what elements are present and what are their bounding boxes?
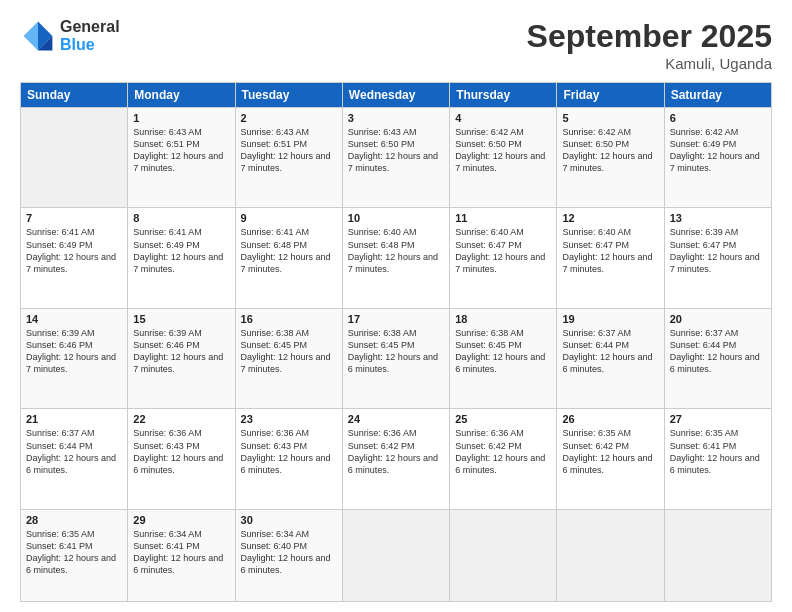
calendar-cell <box>450 509 557 601</box>
day-info: Sunrise: 6:36 AM Sunset: 6:43 PM Dayligh… <box>241 427 337 476</box>
day-number: 12 <box>562 212 658 224</box>
calendar-cell <box>664 509 771 601</box>
header-saturday: Saturday <box>664 83 771 108</box>
calendar-cell <box>557 509 664 601</box>
month-title: September 2025 <box>527 18 772 55</box>
calendar-cell: 2Sunrise: 6:43 AM Sunset: 6:51 PM Daylig… <box>235 108 342 208</box>
calendar-cell: 18Sunrise: 6:38 AM Sunset: 6:45 PM Dayli… <box>450 308 557 408</box>
calendar-cell: 6Sunrise: 6:42 AM Sunset: 6:49 PM Daylig… <box>664 108 771 208</box>
day-info: Sunrise: 6:42 AM Sunset: 6:50 PM Dayligh… <box>562 126 658 175</box>
header-monday: Monday <box>128 83 235 108</box>
calendar-cell: 19Sunrise: 6:37 AM Sunset: 6:44 PM Dayli… <box>557 308 664 408</box>
day-number: 25 <box>455 413 551 425</box>
calendar-cell <box>21 108 128 208</box>
svg-marker-1 <box>24 22 38 51</box>
day-info: Sunrise: 6:35 AM Sunset: 6:41 PM Dayligh… <box>26 528 122 577</box>
calendar-cell: 10Sunrise: 6:40 AM Sunset: 6:48 PM Dayli… <box>342 208 449 308</box>
day-info: Sunrise: 6:39 AM Sunset: 6:46 PM Dayligh… <box>26 327 122 376</box>
calendar-cell: 28Sunrise: 6:35 AM Sunset: 6:41 PM Dayli… <box>21 509 128 601</box>
day-number: 30 <box>241 514 337 526</box>
calendar-cell: 1Sunrise: 6:43 AM Sunset: 6:51 PM Daylig… <box>128 108 235 208</box>
day-info: Sunrise: 6:41 AM Sunset: 6:49 PM Dayligh… <box>26 226 122 275</box>
day-info: Sunrise: 6:34 AM Sunset: 6:40 PM Dayligh… <box>241 528 337 577</box>
calendar-cell: 23Sunrise: 6:36 AM Sunset: 6:43 PM Dayli… <box>235 409 342 509</box>
day-number: 26 <box>562 413 658 425</box>
day-number: 5 <box>562 112 658 124</box>
day-info: Sunrise: 6:41 AM Sunset: 6:49 PM Dayligh… <box>133 226 229 275</box>
calendar-cell: 25Sunrise: 6:36 AM Sunset: 6:42 PM Dayli… <box>450 409 557 509</box>
calendar-cell: 20Sunrise: 6:37 AM Sunset: 6:44 PM Dayli… <box>664 308 771 408</box>
day-info: Sunrise: 6:37 AM Sunset: 6:44 PM Dayligh… <box>670 327 766 376</box>
calendar-cell: 30Sunrise: 6:34 AM Sunset: 6:40 PM Dayli… <box>235 509 342 601</box>
logo-blue: Blue <box>60 36 120 54</box>
day-number: 28 <box>26 514 122 526</box>
day-number: 7 <box>26 212 122 224</box>
logo-icon <box>20 18 56 54</box>
day-info: Sunrise: 6:41 AM Sunset: 6:48 PM Dayligh… <box>241 226 337 275</box>
calendar-cell: 16Sunrise: 6:38 AM Sunset: 6:45 PM Dayli… <box>235 308 342 408</box>
header-tuesday: Tuesday <box>235 83 342 108</box>
day-info: Sunrise: 6:39 AM Sunset: 6:47 PM Dayligh… <box>670 226 766 275</box>
calendar-cell: 12Sunrise: 6:40 AM Sunset: 6:47 PM Dayli… <box>557 208 664 308</box>
day-number: 15 <box>133 313 229 325</box>
calendar-table: SundayMondayTuesdayWednesdayThursdayFrid… <box>20 82 772 602</box>
day-number: 23 <box>241 413 337 425</box>
week-row-3: 14Sunrise: 6:39 AM Sunset: 6:46 PM Dayli… <box>21 308 772 408</box>
day-info: Sunrise: 6:40 AM Sunset: 6:47 PM Dayligh… <box>562 226 658 275</box>
calendar-cell: 9Sunrise: 6:41 AM Sunset: 6:48 PM Daylig… <box>235 208 342 308</box>
page: General Blue September 2025 Kamuli, Ugan… <box>0 0 792 612</box>
week-row-4: 21Sunrise: 6:37 AM Sunset: 6:44 PM Dayli… <box>21 409 772 509</box>
calendar-cell: 11Sunrise: 6:40 AM Sunset: 6:47 PM Dayli… <box>450 208 557 308</box>
day-number: 10 <box>348 212 444 224</box>
calendar-cell: 17Sunrise: 6:38 AM Sunset: 6:45 PM Dayli… <box>342 308 449 408</box>
calendar-cell: 8Sunrise: 6:41 AM Sunset: 6:49 PM Daylig… <box>128 208 235 308</box>
calendar-cell: 13Sunrise: 6:39 AM Sunset: 6:47 PM Dayli… <box>664 208 771 308</box>
day-info: Sunrise: 6:43 AM Sunset: 6:51 PM Dayligh… <box>133 126 229 175</box>
header-thursday: Thursday <box>450 83 557 108</box>
day-info: Sunrise: 6:40 AM Sunset: 6:48 PM Dayligh… <box>348 226 444 275</box>
day-number: 18 <box>455 313 551 325</box>
week-row-1: 1Sunrise: 6:43 AM Sunset: 6:51 PM Daylig… <box>21 108 772 208</box>
calendar-cell: 29Sunrise: 6:34 AM Sunset: 6:41 PM Dayli… <box>128 509 235 601</box>
calendar-cell: 21Sunrise: 6:37 AM Sunset: 6:44 PM Dayli… <box>21 409 128 509</box>
day-info: Sunrise: 6:36 AM Sunset: 6:42 PM Dayligh… <box>455 427 551 476</box>
calendar-cell: 27Sunrise: 6:35 AM Sunset: 6:41 PM Dayli… <box>664 409 771 509</box>
calendar-cell: 5Sunrise: 6:42 AM Sunset: 6:50 PM Daylig… <box>557 108 664 208</box>
location: Kamuli, Uganda <box>527 55 772 72</box>
day-info: Sunrise: 6:36 AM Sunset: 6:42 PM Dayligh… <box>348 427 444 476</box>
week-row-2: 7Sunrise: 6:41 AM Sunset: 6:49 PM Daylig… <box>21 208 772 308</box>
header-wednesday: Wednesday <box>342 83 449 108</box>
day-number: 8 <box>133 212 229 224</box>
logo-general: General <box>60 18 120 36</box>
day-number: 6 <box>670 112 766 124</box>
day-info: Sunrise: 6:35 AM Sunset: 6:41 PM Dayligh… <box>670 427 766 476</box>
day-number: 13 <box>670 212 766 224</box>
header-row: SundayMondayTuesdayWednesdayThursdayFrid… <box>21 83 772 108</box>
day-number: 16 <box>241 313 337 325</box>
day-info: Sunrise: 6:37 AM Sunset: 6:44 PM Dayligh… <box>26 427 122 476</box>
day-number: 14 <box>26 313 122 325</box>
day-info: Sunrise: 6:43 AM Sunset: 6:51 PM Dayligh… <box>241 126 337 175</box>
day-number: 2 <box>241 112 337 124</box>
week-row-5: 28Sunrise: 6:35 AM Sunset: 6:41 PM Dayli… <box>21 509 772 601</box>
header: General Blue September 2025 Kamuli, Ugan… <box>20 18 772 72</box>
logo-text: General Blue <box>60 18 120 53</box>
title-block: September 2025 Kamuli, Uganda <box>527 18 772 72</box>
day-info: Sunrise: 6:43 AM Sunset: 6:50 PM Dayligh… <box>348 126 444 175</box>
day-info: Sunrise: 6:42 AM Sunset: 6:49 PM Dayligh… <box>670 126 766 175</box>
day-number: 21 <box>26 413 122 425</box>
day-number: 22 <box>133 413 229 425</box>
day-number: 4 <box>455 112 551 124</box>
calendar-cell <box>342 509 449 601</box>
day-number: 24 <box>348 413 444 425</box>
day-number: 19 <box>562 313 658 325</box>
day-number: 27 <box>670 413 766 425</box>
calendar-cell: 3Sunrise: 6:43 AM Sunset: 6:50 PM Daylig… <box>342 108 449 208</box>
day-info: Sunrise: 6:36 AM Sunset: 6:43 PM Dayligh… <box>133 427 229 476</box>
day-info: Sunrise: 6:35 AM Sunset: 6:42 PM Dayligh… <box>562 427 658 476</box>
day-info: Sunrise: 6:37 AM Sunset: 6:44 PM Dayligh… <box>562 327 658 376</box>
day-number: 3 <box>348 112 444 124</box>
calendar-cell: 15Sunrise: 6:39 AM Sunset: 6:46 PM Dayli… <box>128 308 235 408</box>
day-number: 1 <box>133 112 229 124</box>
logo: General Blue <box>20 18 120 54</box>
